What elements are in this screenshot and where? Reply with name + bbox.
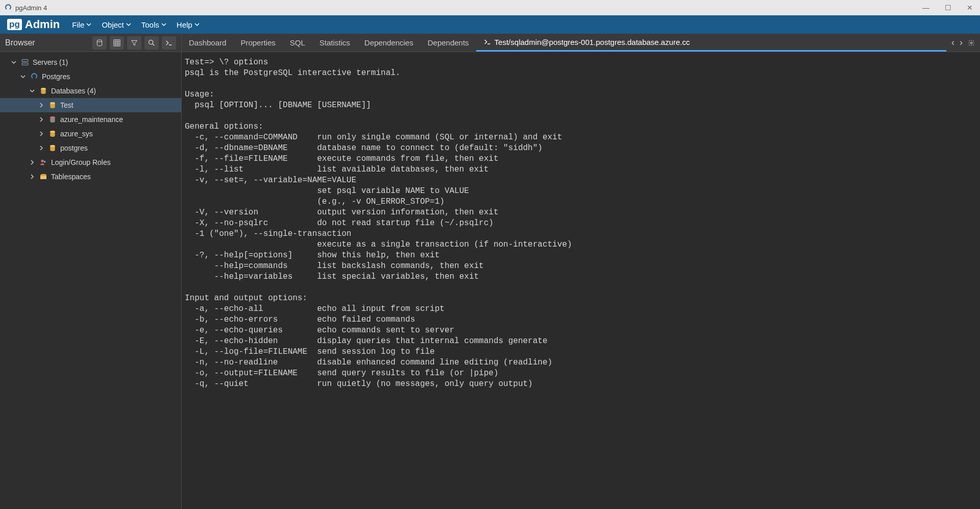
tab-overflow-button[interactable] [966, 39, 977, 46]
svg-point-0 [97, 40, 102, 42]
svg-rect-17 [40, 176, 46, 179]
app-icon [4, 4, 12, 12]
query-tool-button[interactable] [92, 36, 107, 50]
object-tree: Servers (1) Postgres Databases (4) Test [0, 52, 181, 187]
view-data-button[interactable] [110, 36, 124, 50]
search-objects-button[interactable] [144, 36, 159, 50]
menubar: pgAdmin File Object Tools Help [0, 15, 980, 34]
chevron-right-icon[interactable] [29, 174, 36, 179]
svg-point-2 [149, 40, 153, 44]
chevron-right-icon[interactable] [38, 131, 45, 136]
browser-header: Browser [0, 34, 181, 52]
menu-file-label: File [72, 20, 84, 29]
filter-icon [130, 39, 138, 47]
svg-point-6 [41, 88, 45, 90]
tab-label: Test/sqladmin@postgres-001.postgres.data… [495, 38, 690, 46]
tree-node-databases[interactable]: Databases (4) [0, 84, 181, 98]
svg-point-16 [44, 161, 46, 163]
tablespaces-icon [39, 172, 48, 181]
tree-label: Test [60, 101, 74, 109]
tree-label: postgres [60, 144, 88, 152]
tree-node-db-postgres[interactable]: postgres [0, 141, 181, 155]
window-title: pgAdmin 4 [15, 4, 47, 12]
chevron-down-icon [194, 22, 200, 27]
gear-icon [968, 39, 975, 46]
tab-sql[interactable]: SQL [283, 34, 312, 52]
tree-label: Servers (1) [33, 58, 68, 66]
menu-object[interactable]: Object [96, 15, 136, 34]
database-icon [48, 143, 57, 153]
tree-label: azure_maintenance [60, 115, 123, 124]
tab-scroll-left-button[interactable]: ‹ [949, 37, 957, 48]
elephant-icon [30, 72, 39, 81]
tree-node-login-roles[interactable]: Login/Group Roles [0, 155, 181, 169]
chevron-right-icon[interactable] [38, 117, 45, 122]
app-logo: pgAdmin [0, 15, 67, 34]
svg-point-14 [50, 145, 55, 147]
tree-node-db-azure-sys[interactable]: azure_sys [0, 127, 181, 141]
tree-label: Tablespaces [51, 173, 91, 181]
psql-tool-button[interactable] [162, 36, 176, 50]
svg-rect-4 [22, 63, 28, 65]
svg-point-15 [41, 160, 43, 162]
chevron-right-icon[interactable] [29, 160, 36, 165]
database-icon [39, 86, 48, 95]
chevron-right-icon[interactable] [38, 146, 45, 151]
chevron-down-icon[interactable] [19, 74, 27, 79]
psql-terminal-output[interactable]: Test=> \? options psql is the PostgreSQL… [182, 52, 980, 509]
tab-label: Properties [240, 38, 275, 47]
tab-psql-terminal[interactable]: Test/sqladmin@postgres-001.postgres.data… [476, 34, 946, 52]
tab-dependencies[interactable]: Dependencies [357, 34, 421, 52]
tree-node-db-azure-maintenance[interactable]: azure_maintenance [0, 112, 181, 127]
window-maximize-button[interactable]: ☐ [942, 2, 954, 14]
tab-label: Statistics [320, 38, 350, 47]
search-icon [148, 39, 156, 47]
menu-file[interactable]: File [67, 15, 96, 34]
chevron-down-icon [126, 22, 131, 27]
os-titlebar: pgAdmin 4 — ☐ ✕ [0, 0, 980, 15]
tab-properties[interactable]: Properties [233, 34, 282, 52]
tab-label: Dependencies [364, 38, 413, 47]
main-panel: Dashboard Properties SQL Statistics Depe… [182, 34, 980, 509]
logo-pg: pg [7, 19, 22, 30]
menu-tools[interactable]: Tools [136, 15, 172, 34]
database-icon [48, 101, 57, 110]
grid-icon [113, 39, 121, 47]
menu-help-label: Help [177, 20, 192, 29]
tab-bar: Dashboard Properties SQL Statistics Depe… [182, 34, 980, 52]
chevron-down-icon [86, 22, 91, 27]
tab-scroll-right-button[interactable]: › [958, 37, 965, 48]
tree-label: azure_sys [60, 130, 93, 138]
tab-label: Dashboard [189, 38, 226, 47]
tab-dependents[interactable]: Dependents [421, 34, 476, 52]
chevron-right-icon[interactable] [38, 103, 45, 108]
tab-statistics[interactable]: Statistics [312, 34, 357, 52]
svg-point-18 [970, 42, 972, 44]
tree-label: Login/Group Roles [51, 158, 111, 166]
menu-help[interactable]: Help [172, 15, 205, 34]
tab-scroll-controls: ‹ › [946, 34, 980, 52]
servers-icon [20, 58, 30, 67]
svg-point-8 [50, 102, 55, 104]
terminal-icon [483, 38, 492, 46]
tree-label: Postgres [42, 72, 70, 81]
tree-node-server-postgres[interactable]: Postgres [0, 69, 181, 84]
svg-rect-3 [22, 60, 28, 62]
menu-tools-label: Tools [141, 20, 159, 29]
tree-node-db-test[interactable]: Test [0, 98, 181, 112]
filter-rows-button[interactable] [127, 36, 141, 50]
tree-node-tablespaces[interactable]: Tablespaces [0, 169, 181, 184]
svg-rect-1 [114, 40, 120, 46]
terminal-icon [165, 39, 173, 47]
window-minimize-button[interactable]: — [919, 2, 933, 14]
logo-admin: Admin [25, 18, 60, 31]
roles-icon [39, 158, 48, 167]
chevron-down-icon[interactable] [10, 60, 17, 65]
tree-node-servers[interactable]: Servers (1) [0, 55, 181, 69]
window-close-button[interactable]: ✕ [964, 2, 976, 14]
tab-dashboard[interactable]: Dashboard [182, 34, 233, 52]
chevron-down-icon[interactable] [29, 88, 36, 93]
svg-point-10 [50, 116, 55, 118]
menu-object-label: Object [102, 20, 124, 29]
tab-label: Dependents [428, 38, 469, 47]
